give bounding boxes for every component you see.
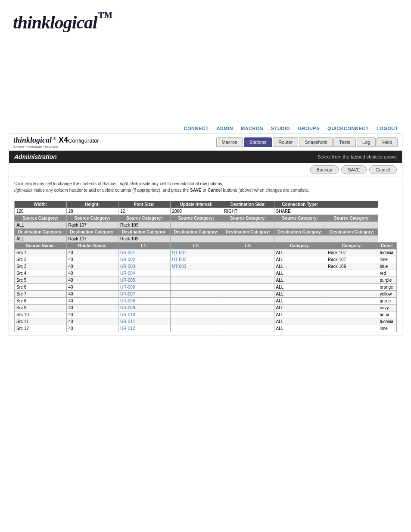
cell-src[interactable]: Src 4	[15, 270, 67, 277]
cell-l3[interactable]	[222, 318, 274, 325]
cell-l2[interactable]: UT-002	[170, 256, 222, 263]
cell-src[interactable]: Src 6	[15, 284, 67, 291]
cell-cat2[interactable]: Rack 107	[326, 256, 378, 263]
cell-l1[interactable]: UR-012	[118, 325, 171, 332]
cell-l1[interactable]: UR-011	[118, 318, 171, 325]
dst-cat-v5[interactable]	[274, 236, 326, 243]
src-cat-v5[interactable]	[274, 222, 326, 229]
cell-cat2[interactable]	[326, 305, 378, 311]
cell-router[interactable]: 40	[66, 277, 118, 284]
cell-src[interactable]: Src 1	[15, 249, 67, 256]
cell-l1[interactable]: UR-003	[118, 263, 171, 270]
src-cat-v3[interactable]	[170, 222, 222, 229]
cell-cat1[interactable]: ALL	[274, 311, 326, 318]
cell-router[interactable]: 40	[66, 291, 118, 298]
dst-cat-v6[interactable]	[326, 236, 378, 243]
src-cat-v6[interactable]	[326, 222, 378, 229]
cell-l1[interactable]: UR-010	[118, 311, 171, 318]
cell-color[interactable]: orange	[378, 284, 397, 291]
val-width[interactable]: 120	[15, 208, 67, 215]
cell-cat2[interactable]	[326, 277, 378, 284]
val-height[interactable]: 28	[66, 208, 118, 215]
cell-cat1[interactable]: ALL	[274, 249, 326, 256]
tab-macros[interactable]: Macros	[216, 137, 243, 147]
cell-l3[interactable]	[222, 298, 274, 305]
dst-cat-v3[interactable]	[170, 236, 222, 243]
cell-src[interactable]: Src 12	[15, 325, 67, 332]
cell-l2[interactable]	[170, 305, 222, 311]
cell-router[interactable]: 40	[66, 284, 118, 291]
src-cat-v0[interactable]: ALL	[15, 222, 67, 229]
tab-help[interactable]: Help	[377, 137, 398, 147]
cell-color[interactable]: yellow	[378, 291, 397, 298]
cell-l1[interactable]: UR-007	[118, 291, 171, 298]
nav-groups[interactable]: GROUPS	[298, 126, 320, 131]
cell-color[interactable]: purple	[378, 277, 397, 284]
cell-color[interactable]: blue	[378, 263, 397, 270]
cell-cat2[interactable]	[326, 318, 378, 325]
cell-cat1[interactable]: ALL	[274, 318, 326, 325]
cell-src[interactable]: Src 5	[15, 277, 67, 284]
cell-l2[interactable]: UT-003	[170, 263, 222, 270]
cell-cat1[interactable]: ALL	[274, 284, 326, 291]
cell-src[interactable]: Src 8	[15, 298, 67, 305]
cell-l3[interactable]	[222, 263, 274, 270]
cell-cat1[interactable]: ALL	[274, 270, 326, 277]
dst-cat-v0[interactable]: ALL	[15, 236, 67, 243]
cell-l2[interactable]	[170, 298, 222, 305]
cell-color[interactable]: green	[378, 298, 397, 305]
cell-src[interactable]: Src 9	[15, 305, 67, 311]
cell-l1[interactable]: UR-008	[118, 298, 171, 305]
cell-router[interactable]: 40	[66, 325, 118, 332]
cell-router[interactable]: 40	[66, 311, 118, 318]
cell-color[interactable]: red	[378, 270, 397, 277]
cell-l1[interactable]: UR-009	[118, 305, 171, 311]
tab-router[interactable]: Router	[273, 137, 298, 147]
cell-cat2[interactable]: Rack 107	[326, 249, 378, 256]
cell-l1[interactable]: UR-001	[118, 249, 171, 256]
cell-cat2[interactable]	[326, 284, 378, 291]
src-cat-v1[interactable]: Rack 107	[66, 222, 118, 229]
nav-macros[interactable]: MACROS	[241, 126, 263, 131]
val-destside[interactable]: RIGHT	[222, 208, 274, 215]
cell-l3[interactable]	[222, 270, 274, 277]
nav-admin[interactable]: ADMIN	[216, 126, 233, 131]
cell-src[interactable]: Src 10	[15, 311, 67, 318]
cell-router[interactable]: 40	[66, 305, 118, 311]
cell-l2[interactable]	[170, 311, 222, 318]
cell-src[interactable]: Src 7	[15, 291, 67, 298]
cell-color[interactable]: fuchsia	[378, 318, 397, 325]
cell-cat1[interactable]: ALL	[274, 305, 326, 311]
cell-color[interactable]: navy	[378, 305, 397, 311]
cell-l1[interactable]: UR-006	[118, 284, 171, 291]
cell-cat1[interactable]: ALL	[274, 256, 326, 263]
cell-router[interactable]: 40	[66, 256, 118, 263]
cell-l2[interactable]	[170, 284, 222, 291]
cell-l1[interactable]: UR-002	[118, 256, 171, 263]
cell-router[interactable]: 40	[66, 263, 118, 270]
cell-l2[interactable]	[170, 318, 222, 325]
cell-cat2[interactable]	[326, 311, 378, 318]
cell-l3[interactable]	[222, 249, 274, 256]
cancel-button[interactable]: Cancel	[369, 165, 397, 174]
cell-color[interactable]: fuchsia	[378, 249, 397, 256]
dst-cat-v2[interactable]: Rack 109	[118, 236, 171, 243]
cell-l3[interactable]	[222, 291, 274, 298]
tab-log[interactable]: Log	[357, 137, 376, 147]
cell-cat2[interactable]	[326, 325, 378, 332]
cell-router[interactable]: 40	[66, 249, 118, 256]
cell-cat2[interactable]	[326, 270, 378, 277]
cell-l1[interactable]: UR-005	[118, 277, 171, 284]
cell-l1[interactable]: UR-004	[118, 270, 171, 277]
cell-cat2[interactable]: Rack 109	[326, 263, 378, 270]
nav-quickconnect[interactable]: QUICKCONNECT	[327, 126, 369, 131]
cell-l3[interactable]	[222, 277, 274, 284]
val-conntype[interactable]: SHARE	[274, 208, 326, 215]
cell-color[interactable]: aqua	[378, 311, 397, 318]
cell-color[interactable]: lime	[378, 256, 397, 263]
cell-cat2[interactable]	[326, 291, 378, 298]
cell-l3[interactable]	[222, 305, 274, 311]
cell-l3[interactable]	[222, 284, 274, 291]
src-cat-v2[interactable]: Rack 109	[118, 222, 171, 229]
nav-logout[interactable]: LOGOUT	[377, 126, 398, 131]
